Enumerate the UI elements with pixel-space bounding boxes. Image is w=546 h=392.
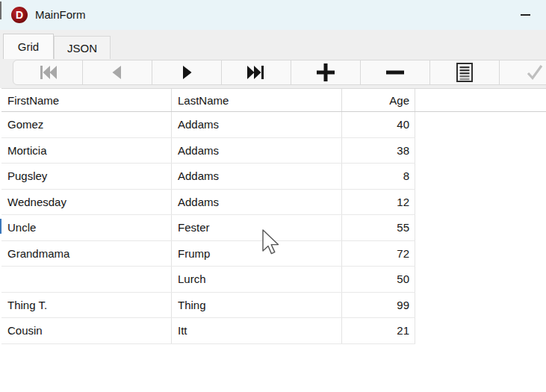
titlebar: D MainForm	[0, 0, 546, 30]
grid-cell[interactable]: Addams	[172, 112, 342, 137]
grid-cell[interactable]: 40	[342, 112, 415, 137]
grid-cell[interactable]: 12	[342, 190, 415, 215]
first-record-button[interactable]	[13, 60, 83, 84]
grid-cell[interactable]: Addams	[172, 190, 342, 215]
delete-record-button[interactable]	[361, 60, 430, 84]
minus-icon	[385, 62, 406, 83]
column-header-filler	[415, 89, 546, 111]
prior-record-button[interactable]	[83, 60, 152, 84]
grid-cell[interactable]: Itt	[172, 318, 342, 343]
grid-body: GomezAddams40MorticiaAddams38PugsleyAdda…	[1, 112, 546, 344]
grid-cell[interactable]: Thing	[172, 293, 342, 318]
grid-cell[interactable]: 72	[342, 241, 415, 267]
grid-cell[interactable]: Frump	[172, 241, 342, 267]
minimize-icon	[521, 14, 530, 16]
post-edit-button[interactable]	[500, 60, 546, 84]
grid-cell[interactable]: 55	[342, 215, 415, 240]
table-row: CousinItt21	[1, 318, 415, 344]
grid-cell[interactable]: Lurch	[172, 267, 342, 292]
insert-record-button[interactable]	[291, 60, 361, 84]
edit-record-icon	[456, 62, 474, 83]
app-icon: D	[11, 7, 28, 23]
grid-cell[interactable]: Thing T.	[1, 293, 172, 318]
edit-record-button[interactable]	[430, 60, 500, 84]
window-title: MainForm	[35, 0, 86, 30]
grid-cell[interactable]: Morticia	[1, 138, 172, 164]
grid-cell[interactable]: Cousin	[1, 318, 172, 343]
column-header-age[interactable]: Age	[342, 89, 415, 111]
tab-grid[interactable]: Grid	[3, 34, 54, 59]
table-row: PugsleyAddams8	[1, 164, 415, 190]
column-header-lastname[interactable]: LastName	[172, 89, 342, 111]
plus-icon	[315, 62, 336, 83]
grid-cell[interactable]: Grandmama	[1, 241, 172, 267]
table-row: GomezAddams40	[1, 112, 415, 138]
grid-cell[interactable]: Addams	[172, 164, 342, 189]
grid-cell[interactable]: 8	[342, 164, 415, 189]
check-icon	[525, 63, 545, 82]
table-row: GrandmamaFrump72	[1, 241, 415, 267]
data-grid: FirstName LastName Age GomezAddams40Mort…	[1, 88, 546, 392]
prior-record-icon	[108, 63, 126, 81]
table-row: UncleFester55	[1, 215, 415, 241]
grid-cell[interactable]: Uncle	[1, 215, 172, 240]
table-row: Lurch50	[1, 267, 415, 293]
grid-cell[interactable]: Fester	[172, 215, 342, 240]
window-edge-sliver	[0, 1, 1, 19]
last-record-icon	[246, 63, 266, 82]
grid-cell[interactable]: Wednesday	[1, 190, 172, 215]
column-header-firstname[interactable]: FirstName	[1, 89, 172, 111]
grid-cell[interactable]: Gomez	[1, 112, 172, 137]
table-row: MorticiaAddams38	[1, 138, 415, 164]
grid-cell[interactable]: 38	[342, 138, 415, 164]
db-navigator-toolbar	[13, 60, 546, 85]
grid-cell[interactable]: 21	[342, 318, 415, 343]
tab-json[interactable]: JSON	[54, 36, 111, 59]
grid-cell[interactable]	[1, 267, 172, 292]
main-form-window: D MainForm Grid JSON	[0, 0, 546, 392]
grid-cell[interactable]: 99	[342, 293, 415, 318]
grid-cell[interactable]: Addams	[172, 138, 342, 164]
last-record-button[interactable]	[222, 60, 291, 84]
first-record-icon	[38, 63, 58, 82]
table-row: WednesdayAddams12	[1, 190, 415, 216]
grid-cell[interactable]: 50	[342, 267, 415, 292]
app-icon-letter: D	[16, 10, 23, 20]
grid-cell[interactable]: Pugsley	[1, 164, 172, 189]
minimize-button[interactable]	[512, 4, 538, 26]
grid-header-row: FirstName LastName Age	[1, 89, 546, 112]
next-record-button[interactable]	[152, 60, 222, 84]
next-record-icon	[178, 63, 196, 81]
table-row: Thing T.Thing99	[1, 293, 415, 319]
